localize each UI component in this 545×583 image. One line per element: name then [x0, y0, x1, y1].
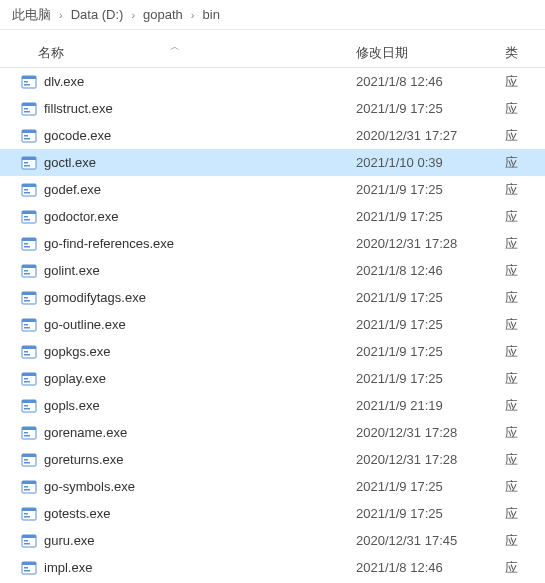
exe-file-icon	[0, 155, 38, 171]
file-date: 2020/12/31 17:45	[340, 533, 505, 548]
file-row[interactable]: gocode.exe2020/12/31 17:27应	[0, 122, 545, 149]
file-row[interactable]: gopkgs.exe2021/1/9 17:25应	[0, 338, 545, 365]
svg-rect-3	[24, 84, 30, 86]
svg-rect-11	[24, 138, 30, 140]
exe-file-icon	[0, 506, 38, 522]
svg-rect-46	[24, 378, 28, 380]
svg-rect-39	[24, 327, 30, 329]
file-row[interactable]: goplay.exe2021/1/9 17:25应	[0, 365, 545, 392]
svg-rect-63	[24, 489, 30, 491]
file-type: 应	[505, 100, 545, 118]
file-row[interactable]: go-symbols.exe2021/1/9 17:25应	[0, 473, 545, 500]
file-type: 应	[505, 370, 545, 388]
file-date: 2020/12/31 17:28	[340, 236, 505, 251]
breadcrumb-item[interactable]: bin	[199, 7, 224, 22]
exe-file-icon	[0, 479, 38, 495]
file-row[interactable]: guru.exe2020/12/31 17:45应	[0, 527, 545, 554]
chevron-right-icon: ›	[127, 9, 139, 21]
file-row[interactable]: impl.exe2021/1/8 12:46应	[0, 554, 545, 581]
file-date: 2020/12/31 17:28	[340, 452, 505, 467]
file-name: go-outline.exe	[38, 317, 340, 332]
exe-file-icon	[0, 290, 38, 306]
svg-rect-23	[24, 219, 30, 221]
file-type: 应	[505, 208, 545, 226]
file-row[interactable]: goctl.exe2021/1/10 0:39应	[0, 149, 545, 176]
file-date: 2021/1/9 21:19	[340, 398, 505, 413]
file-name: gopls.exe	[38, 398, 340, 413]
exe-file-icon	[0, 236, 38, 252]
file-name: impl.exe	[38, 560, 340, 575]
file-row[interactable]: go-outline.exe2021/1/9 17:25应	[0, 311, 545, 338]
exe-file-icon	[0, 128, 38, 144]
file-row[interactable]: fillstruct.exe2021/1/9 17:25应	[0, 95, 545, 122]
file-row[interactable]: godef.exe2021/1/9 17:25应	[0, 176, 545, 203]
chevron-right-icon: ›	[187, 9, 199, 21]
svg-rect-70	[24, 540, 28, 542]
svg-rect-22	[24, 216, 28, 218]
svg-rect-15	[24, 165, 30, 167]
breadcrumb-item[interactable]: gopath	[139, 7, 187, 22]
file-name: goreturns.exe	[38, 452, 340, 467]
svg-rect-34	[24, 297, 28, 299]
svg-rect-43	[24, 354, 30, 356]
file-date: 2021/1/8 12:46	[340, 263, 505, 278]
svg-rect-37	[22, 319, 36, 322]
file-type: 应	[505, 478, 545, 496]
file-name: gorename.exe	[38, 425, 340, 440]
sort-indicator-icon: ︿	[170, 40, 180, 54]
file-row[interactable]: golint.exe2021/1/8 12:46应	[0, 257, 545, 284]
file-name: gomodifytags.exe	[38, 290, 340, 305]
svg-rect-1	[22, 76, 36, 79]
file-row[interactable]: gomodifytags.exe2021/1/9 17:25应	[0, 284, 545, 311]
file-type: 应	[505, 181, 545, 199]
file-row[interactable]: gotests.exe2021/1/9 17:25应	[0, 500, 545, 527]
exe-file-icon	[0, 182, 38, 198]
file-row[interactable]: godoctor.exe2021/1/9 17:25应	[0, 203, 545, 230]
file-date: 2021/1/8 12:46	[340, 74, 505, 89]
exe-file-icon	[0, 101, 38, 117]
svg-rect-45	[22, 373, 36, 376]
breadcrumb[interactable]: 此电脑›Data (D:)›gopath›bin	[0, 0, 545, 30]
svg-rect-13	[22, 157, 36, 160]
header-date[interactable]: 修改日期	[340, 44, 505, 62]
file-name: goctl.exe	[38, 155, 340, 170]
file-type: 应	[505, 127, 545, 145]
header-type[interactable]: 类	[505, 44, 545, 62]
svg-rect-61	[22, 481, 36, 484]
breadcrumb-item[interactable]: Data (D:)	[67, 7, 128, 22]
svg-rect-67	[24, 516, 30, 518]
file-name: godoctor.exe	[38, 209, 340, 224]
file-list: dlv.exe2021/1/8 12:46应fillstruct.exe2021…	[0, 68, 545, 581]
file-date: 2020/12/31 17:27	[340, 128, 505, 143]
exe-file-icon	[0, 533, 38, 549]
file-type: 应	[505, 289, 545, 307]
svg-rect-9	[22, 130, 36, 133]
file-row[interactable]: gopls.exe2021/1/9 21:19应	[0, 392, 545, 419]
svg-rect-18	[24, 189, 28, 191]
svg-rect-19	[24, 192, 30, 194]
svg-rect-69	[22, 535, 36, 538]
file-row[interactable]: gorename.exe2020/12/31 17:28应	[0, 419, 545, 446]
svg-rect-41	[22, 346, 36, 349]
file-date: 2021/1/9 17:25	[340, 479, 505, 494]
exe-file-icon	[0, 209, 38, 225]
svg-rect-58	[24, 459, 28, 461]
file-date: 2021/1/9 17:25	[340, 371, 505, 386]
breadcrumb-item[interactable]: 此电脑	[8, 6, 55, 24]
file-name: goplay.exe	[38, 371, 340, 386]
file-name: golint.exe	[38, 263, 340, 278]
file-type: 应	[505, 532, 545, 550]
file-date: 2021/1/9 17:25	[340, 290, 505, 305]
svg-rect-57	[22, 454, 36, 457]
file-type: 应	[505, 397, 545, 415]
svg-rect-59	[24, 462, 30, 464]
file-row[interactable]: goreturns.exe2020/12/31 17:28应	[0, 446, 545, 473]
svg-rect-17	[22, 184, 36, 187]
exe-file-icon	[0, 74, 38, 90]
file-row[interactable]: go-find-references.exe2020/12/31 17:28应	[0, 230, 545, 257]
svg-rect-31	[24, 273, 30, 275]
file-row[interactable]: dlv.exe2021/1/8 12:46应	[0, 68, 545, 95]
svg-rect-10	[24, 135, 28, 137]
svg-rect-47	[24, 381, 30, 383]
svg-rect-38	[24, 324, 28, 326]
